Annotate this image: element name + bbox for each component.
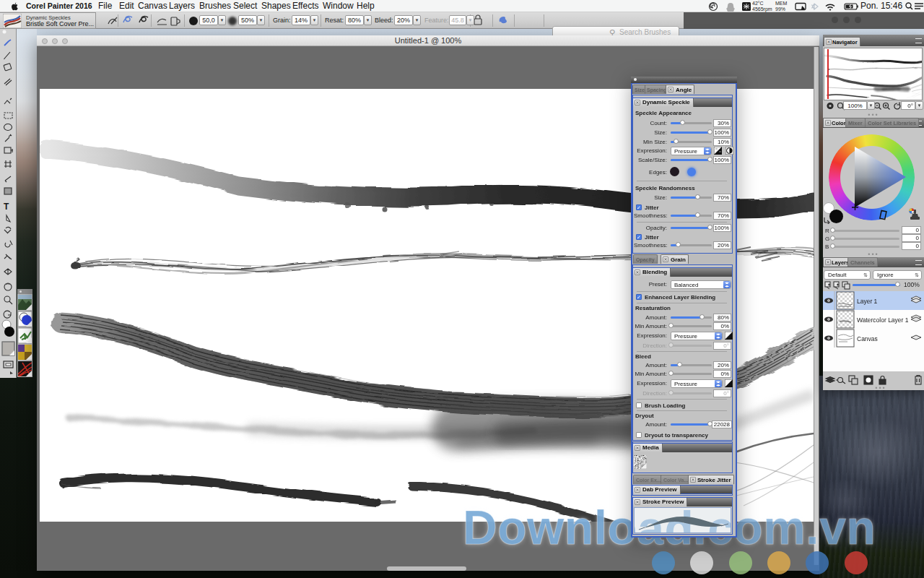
svg-text:T: T	[4, 202, 9, 212]
